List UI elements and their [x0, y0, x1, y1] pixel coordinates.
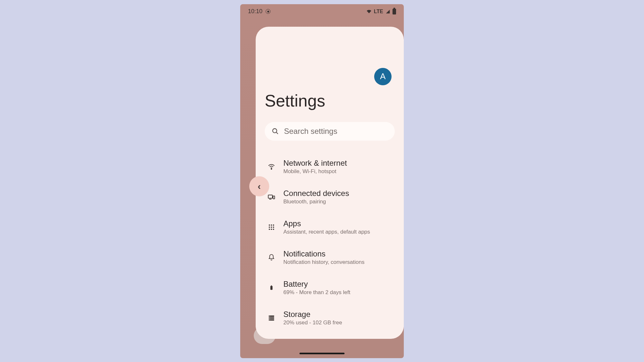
svg-rect-15 [270, 286, 273, 290]
profile-row: A [265, 36, 395, 85]
network-label: LTE [374, 9, 383, 14]
avatar-initial: A [380, 71, 385, 81]
svg-point-22 [270, 320, 270, 320]
svg-point-8 [273, 224, 274, 226]
svg-point-11 [273, 226, 274, 227]
settings-card: A Settings Search settings Network & int… [256, 27, 404, 339]
settings-item-text: Apps Assistant, recent apps, default app… [283, 219, 370, 235]
settings-list: Network & internet Mobile, Wi-Fi, hotspo… [265, 152, 395, 333]
settings-item-notifications[interactable]: Notifications Notification history, conv… [265, 242, 395, 273]
devices-icon [267, 193, 276, 201]
wifi-icon [366, 9, 372, 14]
settings-item-connected-devices[interactable]: Connected devices Bluetooth, pairing [265, 182, 395, 212]
search-placeholder: Search settings [284, 127, 337, 136]
settings-item-subtitle: 20% used - 102 GB free [283, 320, 342, 326]
settings-item-subtitle: Assistant, recent apps, default apps [283, 229, 370, 235]
status-time: 10:10 [248, 8, 262, 15]
phone-frame: 10:10 LTE ‹ A Settings Search settings [240, 4, 404, 358]
settings-item-subtitle: Bluetooth, pairing [283, 199, 349, 205]
settings-item-battery[interactable]: Battery 69% - More than 2 days left [265, 273, 395, 303]
signal-icon [385, 9, 391, 14]
svg-point-6 [269, 224, 270, 226]
settings-item-subtitle: Mobile, Wi-Fi, hotspot [283, 168, 347, 175]
svg-point-7 [271, 224, 272, 226]
settings-item-text: Battery 69% - More than 2 days left [283, 280, 350, 296]
svg-point-9 [269, 226, 270, 227]
wifi-icon [267, 162, 276, 171]
svg-point-2 [271, 168, 272, 169]
svg-point-20 [270, 316, 270, 316]
settings-item-text: Connected devices Bluetooth, pairing [283, 189, 349, 205]
storage-icon [267, 314, 276, 322]
status-bar: 10:10 LTE [240, 4, 404, 19]
settings-item-text: Storage 20% used - 102 GB free [283, 310, 342, 326]
settings-item-title: Connected devices [283, 189, 349, 198]
settings-item-text: Notifications Notification history, conv… [283, 249, 365, 265]
svg-rect-3 [268, 195, 272, 198]
chevron-left-icon: ‹ [258, 181, 261, 192]
settings-item-title: Apps [283, 219, 370, 228]
battery-status-icon [393, 9, 396, 14]
recording-indicator-icon [266, 9, 270, 14]
bell-icon [267, 253, 276, 262]
svg-rect-4 [273, 196, 275, 199]
status-right: LTE [366, 9, 396, 14]
settings-item-title: Network & internet [283, 159, 347, 168]
battery-icon [267, 283, 276, 292]
svg-point-21 [270, 318, 270, 318]
avatar[interactable]: A [374, 68, 392, 85]
settings-item-network[interactable]: Network & internet Mobile, Wi-Fi, hotspo… [265, 152, 395, 182]
svg-point-0 [273, 128, 277, 133]
svg-point-10 [271, 226, 272, 227]
settings-item-subtitle: 69% - More than 2 days left [283, 289, 350, 296]
settings-item-apps[interactable]: Apps Assistant, recent apps, default app… [265, 212, 395, 242]
back-button[interactable]: ‹ [249, 176, 269, 196]
settings-item-title: Notifications [283, 249, 365, 258]
svg-line-1 [276, 132, 278, 134]
search-input[interactable]: Search settings [265, 122, 395, 141]
status-left: 10:10 [248, 8, 270, 15]
settings-item-subtitle: Notification history, conversations [283, 259, 365, 265]
settings-item-text: Network & internet Mobile, Wi-Fi, hotspo… [283, 159, 347, 175]
settings-item-title: Battery [283, 280, 350, 289]
apps-icon [267, 223, 276, 231]
svg-point-13 [271, 228, 272, 230]
settings-item-storage[interactable]: Storage 20% used - 102 GB free [265, 303, 395, 333]
svg-rect-16 [271, 285, 272, 286]
page-title: Settings [265, 91, 395, 110]
navigation-handle[interactable] [299, 353, 345, 354]
settings-item-title: Storage [283, 310, 342, 319]
search-icon [272, 128, 279, 135]
svg-point-12 [269, 228, 270, 230]
svg-point-14 [273, 228, 274, 230]
